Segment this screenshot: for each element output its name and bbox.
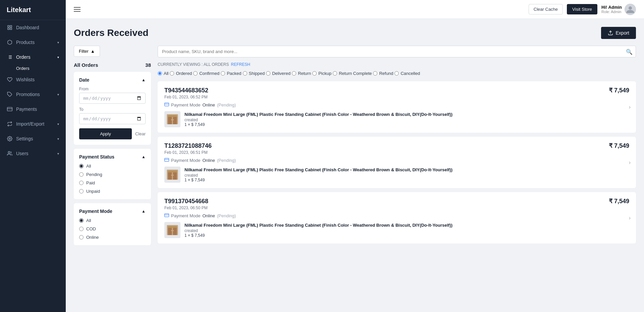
chevron-up-icon: ▲ — [142, 154, 146, 159]
tab-return[interactable]: Return — [292, 71, 311, 76]
tab-delivered[interactable]: Delivered — [266, 71, 290, 76]
export-button[interactable]: Export — [601, 27, 636, 39]
clear-button[interactable]: Clear — [135, 131, 146, 136]
tab-return-complete[interactable]: Return Complete — [333, 71, 372, 76]
refresh-button[interactable]: REFRESH — [231, 62, 250, 67]
tab-packed[interactable]: Packed — [221, 71, 241, 76]
sidebar-item-payments[interactable]: Payments — [0, 102, 66, 117]
date-filter-title: Date — [79, 77, 89, 83]
payment-mode-online-label: Online — [86, 235, 99, 240]
tab-pickup-radio[interactable] — [312, 71, 317, 76]
payment-status-paid-label: Paid — [86, 180, 95, 185]
payment-status-all-radio[interactable] — [79, 164, 84, 168]
tab-all[interactable]: All — [158, 71, 168, 76]
date-to-input[interactable] — [79, 113, 146, 124]
tab-return-radio[interactable] — [292, 71, 296, 76]
sidebar-item-label: Products — [16, 40, 54, 45]
tab-ordered-radio[interactable] — [170, 71, 174, 76]
product-qty-2: 1 × $ 7,549 — [184, 233, 452, 238]
hamburger-button[interactable] — [74, 7, 80, 12]
tab-return-complete-radio[interactable] — [333, 71, 337, 76]
list-icon — [7, 54, 13, 60]
order-filter-tabs: All Ordered Confirmed Packed — [158, 71, 636, 76]
sidebar-item-orders[interactable]: Orders ▾ — [0, 50, 66, 64]
sidebar-item-label: Users — [16, 151, 54, 156]
payment-mode-all[interactable]: All — [79, 218, 146, 223]
payment-mode-online[interactable]: Online — [79, 235, 146, 240]
sidebar-item-settings[interactable]: Settings ▾ — [0, 131, 66, 146]
payment-mode-label-1: Payment Mode — [171, 158, 200, 163]
product-qty-1: 1 × $ 7,549 — [184, 178, 452, 182]
tab-refund[interactable]: Refund — [373, 71, 393, 76]
payment-status-unpaid[interactable]: Unpaid — [79, 189, 146, 194]
topbar: Clear Cache Visit Store Hi! Admin Role: … — [66, 0, 644, 19]
svg-rect-18 — [165, 103, 169, 106]
order-amount-1: ₹ 7,549 — [609, 142, 629, 149]
sidebar-sub-orders[interactable]: Orders — [0, 64, 66, 72]
tab-ordered-label: Ordered — [176, 71, 192, 76]
visit-store-button[interactable]: Visit Store — [567, 4, 597, 14]
tab-pickup[interactable]: Pickup — [312, 71, 331, 76]
chevron-up-icon: ▲ — [91, 49, 95, 54]
tab-delivered-radio[interactable] — [266, 71, 270, 76]
svg-point-13 — [9, 138, 10, 139]
tab-shipped-radio[interactable] — [243, 71, 247, 76]
tab-packed-radio[interactable] — [221, 71, 225, 76]
currently-viewing: CURRENTLY VIEWING : ALL ORDERS REFRESH — [158, 62, 636, 67]
payment-status-badge-0: (Pending) — [217, 102, 236, 107]
tab-confirmed-radio[interactable] — [193, 71, 198, 76]
payment-mode-value-1: Online — [202, 158, 215, 163]
payment-mode-all-radio[interactable] — [79, 218, 84, 223]
payment-status-badge-2: (Pending) — [217, 213, 236, 218]
page-title: Orders Received — [74, 28, 149, 38]
sidebar-item-wishlists[interactable]: Wishlists — [0, 72, 66, 87]
chevron-down-icon: ▾ — [57, 122, 59, 126]
all-orders-count: 38 — [145, 62, 151, 68]
sidebar-item-products[interactable]: Products ▾ — [0, 35, 66, 50]
tab-refund-radio[interactable] — [373, 71, 377, 76]
payment-status-paid[interactable]: Paid — [79, 180, 146, 185]
tab-confirmed[interactable]: Confirmed — [193, 71, 219, 76]
payment-mode-header: Payment Mode ▲ — [79, 209, 146, 214]
order-card-1[interactable]: T1283721088746 ₹ 7,549 Feb 01, 2023, 06:… — [158, 137, 636, 188]
sidebar-item-label: Dashboard — [16, 25, 59, 30]
sidebar-item-promotions[interactable]: Promotions ▾ — [0, 87, 66, 102]
order-card-0[interactable]: T943544683652 ₹ 7,549 Feb 01, 2023, 06:5… — [158, 81, 636, 133]
admin-role: Role: Admin — [601, 10, 622, 14]
tab-shipped-label: Shipped — [249, 71, 265, 76]
order-card-2[interactable]: T991370454668 ₹ 7,549 Feb 01, 2023, 06:5… — [158, 192, 636, 243]
payment-status-pending-radio[interactable] — [79, 172, 84, 177]
svg-point-41 — [173, 230, 174, 231]
search-input[interactable] — [158, 46, 636, 57]
sidebar-item-dashboard[interactable]: Dashboard — [0, 20, 66, 35]
payment-status-all[interactable]: All — [79, 164, 146, 169]
clear-cache-button[interactable]: Clear Cache — [529, 4, 563, 14]
chevron-down-icon: ▾ — [57, 55, 59, 59]
payment-mode-row-0: Payment Mode Online (Pending) — [164, 102, 629, 108]
filter-button[interactable]: Filter ▲ — [74, 46, 100, 57]
payment-status-pending[interactable]: Pending — [79, 172, 146, 177]
tab-all-radio[interactable] — [158, 71, 162, 76]
sidebar-item-import-export[interactable]: Import/Export ▾ — [0, 117, 66, 131]
tab-shipped[interactable]: Shipped — [243, 71, 265, 76]
payment-mode-cod-radio[interactable] — [79, 227, 84, 231]
tag-icon — [7, 91, 13, 97]
tab-ordered[interactable]: Ordered — [170, 71, 192, 76]
payment-status-options: All Pending Paid Unpaid — [79, 164, 146, 194]
tab-cancelled-radio[interactable] — [394, 71, 399, 76]
apply-button[interactable]: Apply — [79, 128, 132, 139]
sidebar-item-users[interactable]: Users ▾ — [0, 146, 66, 161]
chevron-down-icon: ▾ — [57, 93, 59, 96]
payment-status-paid-radio[interactable] — [79, 181, 84, 185]
order-date-0: Feb 01, 2023, 06:52 PM — [164, 95, 629, 99]
product-status-1: created — [184, 173, 452, 178]
payment-mode-cod[interactable]: COD — [79, 226, 146, 231]
payment-mode-online-radio[interactable] — [79, 235, 84, 239]
tab-packed-label: Packed — [227, 71, 241, 76]
tab-cancelled[interactable]: Cancelled — [394, 71, 420, 76]
filter-actions: Apply Clear — [79, 128, 146, 139]
payment-mode-options: All COD Online — [79, 218, 146, 240]
payment-status-unpaid-radio[interactable] — [79, 189, 84, 193]
date-from-input[interactable] — [79, 93, 146, 104]
search-wrapper: 🔍 — [158, 46, 636, 57]
